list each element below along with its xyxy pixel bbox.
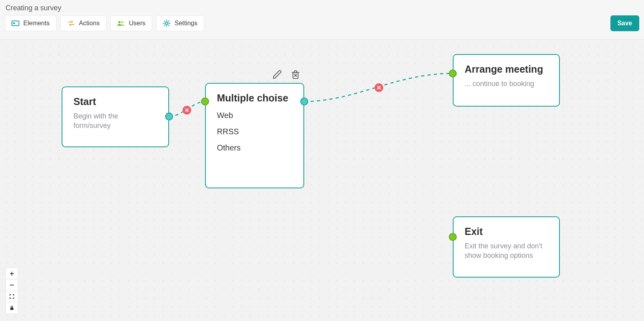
fullscreen-icon [9,294,15,299]
port-multiple-in[interactable] [201,98,209,105]
zoom-in-button[interactable] [6,268,18,280]
port-multiple-out[interactable] [300,98,308,105]
save-button[interactable]: Save [610,15,639,31]
header: Creating a survey Elements Actions [0,0,644,39]
svg-line-11 [164,25,165,26]
node-multiple-option: Others [217,143,292,152]
delete-node-button[interactable] [290,69,301,80]
users-icon [117,20,125,27]
node-exit-subtitle: Exit the survey and don't show booking o… [465,241,548,261]
svg-line-12 [168,21,169,22]
node-start-subtitle: Begin with the form/survey [73,111,157,131]
node-exit[interactable]: Exit Exit the survey and don't show book… [453,216,560,278]
lock-icon [9,305,15,311]
svg-point-2 [119,21,121,23]
port-arrange-in[interactable] [449,69,457,77]
trash-icon [290,69,301,80]
zoom-controls [6,268,18,314]
flow-canvas[interactable]: Start Begin with the form/survey Multipl… [0,39,644,321]
node-exit-title: Exit [465,226,548,237]
node-arrange-meeting[interactable]: Arrange meeting ... continue to booking [453,54,560,107]
edge-start-multiple-delete[interactable] [183,106,191,115]
node-start-title: Start [73,96,157,107]
elements-label: Elements [23,20,50,27]
svg-point-3 [121,21,123,23]
settings-icon [163,20,171,27]
lock-button[interactable] [6,302,18,313]
node-multiple-option: RRSS [217,127,292,136]
node-arrange-title: Arrange meeting [465,64,548,75]
edit-node-button[interactable] [272,69,283,80]
node-multiple-options: Web RRSS Others [217,111,292,152]
plus-icon [9,271,15,276]
node-toolbar [272,69,301,80]
elements-button[interactable]: Elements [5,15,56,31]
users-button[interactable]: Users [110,15,152,31]
svg-rect-23 [10,308,13,310]
actions-label: Actions [79,20,100,27]
port-exit-in[interactable] [449,233,457,241]
close-icon [185,108,189,112]
settings-label: Settings [175,20,198,27]
edge-multiple-arrange-delete[interactable] [375,83,383,92]
node-arrange-subtitle: ... continue to booking [465,79,548,88]
node-start[interactable]: Start Begin with the form/survey [62,86,169,147]
node-multiple-choice[interactable]: Multiple choise Web RRSS Others [205,83,304,188]
pencil-icon [272,69,282,80]
toolbar: Elements Actions Users [5,15,639,31]
actions-icon [67,20,75,27]
svg-rect-1 [13,23,15,24]
page-title: Creating a survey [6,4,639,12]
zoom-fit-button[interactable] [6,291,18,302]
minus-icon [9,282,15,288]
node-multiple-option: Web [217,111,292,120]
users-label: Users [129,20,145,27]
actions-button[interactable]: Actions [60,15,106,31]
elements-icon [11,20,19,27]
port-start-out[interactable] [165,113,173,120]
svg-line-10 [168,25,169,26]
node-multiple-title: Multiple choise [217,92,292,104]
settings-button[interactable]: Settings [156,15,204,31]
svg-rect-0 [12,21,19,26]
close-icon [377,86,381,90]
svg-point-4 [166,22,168,24]
svg-line-9 [164,21,165,22]
zoom-out-button[interactable] [6,280,18,291]
